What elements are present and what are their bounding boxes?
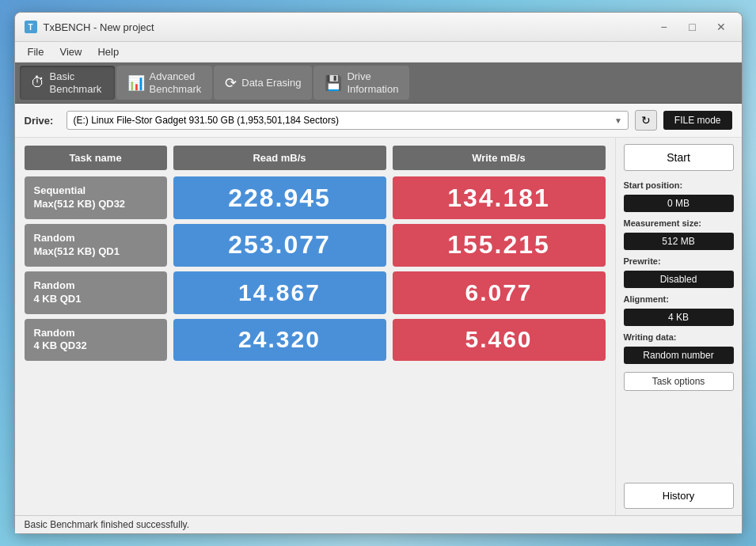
minimize-button[interactable]: −	[653, 19, 675, 35]
menu-file[interactable]: File	[21, 44, 51, 60]
start-button[interactable]: Start	[624, 144, 734, 171]
history-button[interactable]: History	[624, 483, 734, 509]
maximize-button[interactable]: □	[682, 19, 704, 35]
basic-benchmark-label: Basic Benchmark	[50, 70, 102, 95]
window-title: TxBENCH - New project	[44, 21, 154, 33]
prewrite-value: Disabled	[624, 271, 734, 288]
data-erasing-label: Data Erasing	[241, 77, 301, 89]
writing-data-label: Writing data:	[624, 332, 734, 342]
read-2: 14.867	[173, 271, 386, 314]
task-1: Random Max(512 KB) QD1	[25, 224, 167, 267]
writing-data-value: Random number	[624, 347, 734, 364]
status-bar: Basic Benchmark finished successfully.	[15, 515, 742, 533]
write-3: 5.460	[393, 319, 606, 362]
toolbar: ⏱ Basic Benchmark 📊 Advanced Benchmark ⟳…	[15, 63, 742, 104]
main-window: T TxBENCH - New project − □ ✕ File View …	[14, 12, 743, 534]
header-read: Read mB/s	[173, 146, 386, 170]
read-3: 24.320	[173, 319, 386, 362]
write-1: 155.215	[393, 224, 606, 267]
menu-help[interactable]: Help	[91, 44, 125, 60]
advanced-benchmark-label: Advanced Benchmark	[150, 70, 202, 95]
file-mode-button[interactable]: FILE mode	[663, 111, 732, 130]
table-row: Random 4 KB QD32 24.320 5.460	[25, 319, 606, 362]
header-write: Write mB/s	[393, 146, 606, 170]
basic-benchmark-icon: ⏱	[31, 74, 45, 91]
data-erasing-icon: ⟳	[225, 74, 237, 92]
header-task: Task name	[25, 146, 167, 170]
drive-information-icon: 💾	[325, 74, 342, 92]
drive-row: Drive: (E:) Linux File-Stor Gadget 931.5…	[15, 104, 742, 138]
title-bar: T TxBENCH - New project − □ ✕	[15, 13, 742, 42]
read-1: 253.077	[173, 224, 386, 267]
close-button[interactable]: ✕	[710, 19, 732, 35]
table-row: Sequential Max(512 KB) QD32 228.945 134.…	[25, 176, 606, 219]
measurement-size-value: 512 MB	[624, 233, 734, 250]
title-controls: − □ ✕	[653, 19, 732, 35]
start-position-label: Start position:	[624, 180, 734, 190]
task-0: Sequential Max(512 KB) QD32	[25, 176, 167, 219]
data-erasing-button[interactable]: ⟳ Data Erasing	[214, 66, 312, 100]
task-3: Random 4 KB QD32	[25, 319, 167, 362]
alignment-value: 4 KB	[624, 309, 734, 326]
write-0: 134.181	[393, 176, 606, 219]
app-icon: T	[25, 21, 37, 33]
menu-bar: File View Help	[15, 42, 742, 63]
drive-information-button[interactable]: 💾 Drive Information	[313, 66, 409, 100]
benchmark-area: Task name Read mB/s Write mB/s Sequentia…	[15, 138, 615, 515]
task-2: Random 4 KB QD1	[25, 271, 167, 314]
alignment-label: Alignment:	[624, 294, 734, 304]
status-text: Basic Benchmark finished successfully.	[25, 519, 190, 530]
drive-select[interactable]: (E:) Linux File-Stor Gadget 931.50 GB (1…	[66, 111, 629, 130]
advanced-benchmark-icon: 📊	[127, 74, 145, 92]
table-row: Random Max(512 KB) QD1 253.077 155.215	[25, 224, 606, 267]
task-options-button[interactable]: Task options	[624, 372, 734, 391]
title-bar-left: T TxBENCH - New project	[25, 21, 154, 33]
measurement-size-label: Measurement size:	[624, 218, 734, 228]
start-position-value: 0 MB	[624, 195, 734, 212]
advanced-benchmark-button[interactable]: 📊 Advanced Benchmark	[116, 66, 213, 100]
drive-information-label: Drive Information	[347, 70, 398, 95]
table-row: Random 4 KB QD1 14.867 6.077	[25, 271, 606, 314]
refresh-icon: ↻	[641, 114, 651, 127]
drive-label: Drive:	[25, 115, 60, 127]
main-content: Task name Read mB/s Write mB/s Sequentia…	[15, 138, 742, 515]
drive-refresh-button[interactable]: ↻	[635, 110, 657, 131]
basic-benchmark-button[interactable]: ⏱ Basic Benchmark	[20, 66, 115, 100]
drive-select-wrapper: (E:) Linux File-Stor Gadget 931.50 GB (1…	[66, 111, 629, 130]
prewrite-label: Prewrite:	[624, 256, 734, 266]
bench-header: Task name Read mB/s Write mB/s	[25, 146, 606, 170]
menu-view[interactable]: View	[53, 44, 88, 60]
write-2: 6.077	[393, 271, 606, 314]
right-panel: Start Start position: 0 MB Measurement s…	[615, 138, 742, 515]
read-0: 228.945	[173, 176, 386, 219]
